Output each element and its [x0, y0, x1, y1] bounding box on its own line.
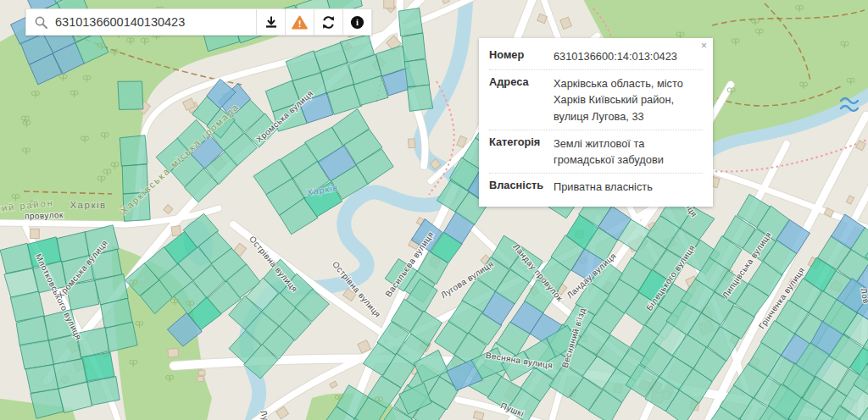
info-row-value: Харківська область, місто Харків Київськ… [554, 75, 703, 124]
cadastral-parcel[interactable] [82, 352, 114, 381]
building [171, 225, 181, 235]
city-label: Харків [70, 200, 106, 210]
info-row-2: КатегоріяЗемлі житлової та громадської з… [489, 130, 703, 174]
building [168, 348, 179, 356]
info-row-0: Номер6310136600:14:013:0423 [489, 43, 703, 70]
parcel-info-popup: × Номер6310136600:14:013:0423АдресаХаркі… [479, 38, 713, 207]
building [30, 229, 39, 238]
cadastral-parcel[interactable] [402, 33, 426, 63]
building [409, 139, 415, 148]
map-canvas[interactable]: Харківська міська громадаький районХаркі… [0, 0, 868, 420]
cadastral-parcel[interactable] [398, 8, 423, 36]
info-row-value: Приватна власність [554, 179, 703, 195]
cadastral-parcel[interactable] [120, 135, 147, 167]
street-label: провулок [25, 210, 64, 221]
building [198, 370, 205, 376]
info-row-3: ВласністьПриватна власність [489, 174, 703, 200]
info-row-1: АдресаХарківська область, місто Харків К… [489, 70, 703, 130]
info-row-value: 6310136600:14:013:0423 [554, 48, 703, 64]
map-app: Харківська міська громадаький районХаркі… [0, 0, 868, 420]
info-button[interactable]: i [343, 9, 371, 35]
refresh-icon [321, 15, 336, 30]
info-row-value: Землі житлової та громадської забудови [554, 135, 703, 168]
info-icon: i [350, 15, 364, 30]
warning-icon [292, 15, 308, 30]
download-button[interactable] [257, 9, 285, 35]
cadastral-parcel[interactable] [118, 81, 143, 109]
download-icon [264, 15, 278, 29]
toolbar: i [256, 9, 371, 35]
warning-button[interactable] [286, 9, 314, 35]
cadastral-parcel[interactable] [404, 59, 430, 87]
cadastral-parcel[interactable] [408, 85, 433, 111]
info-row-label: Адреса [489, 75, 554, 124]
search-input[interactable] [55, 9, 256, 35]
parcel-info-rows: Номер6310136600:14:013:0423АдресаХарківс… [489, 43, 703, 200]
refresh-button[interactable] [314, 9, 342, 35]
info-row-label: Категорія [489, 135, 554, 168]
info-row-label: Власність [489, 179, 554, 195]
building [384, 0, 394, 8]
building [197, 376, 203, 381]
close-icon[interactable]: × [701, 41, 707, 51]
search-icon [26, 9, 55, 35]
info-row-label: Номер [489, 48, 554, 64]
svg-text:i: i [356, 18, 359, 27]
search-bar: i [25, 8, 372, 36]
